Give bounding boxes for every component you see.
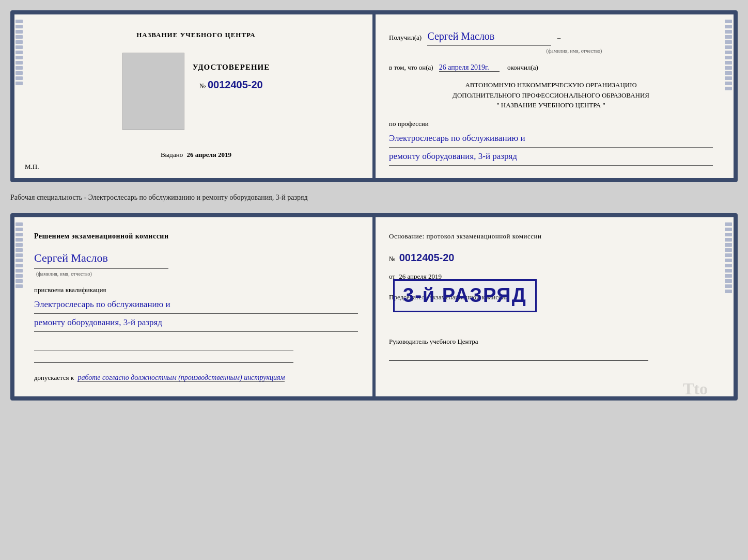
card2-right-page: Основание: протокол экзаменационной коми…	[372, 217, 734, 396]
tto-watermark: Tto	[683, 372, 708, 401]
qualification-text-2: ремонту оборудования, 3-й разряд	[34, 314, 358, 332]
issued-date: 26 апреля 2019	[186, 151, 231, 158]
separator-text: Рабочая специальность - Электрослесарь п…	[10, 191, 738, 204]
allowed-text: работе согласно должностным (производств…	[77, 374, 285, 382]
mp-label: М.П.	[25, 163, 39, 171]
edge-bar	[725, 56, 732, 59]
right-edge-decoration-2	[723, 217, 734, 396]
profession-label: по профессии	[389, 118, 713, 130]
in-that-line: в том, что он(а) 26 апреля 2019г. окончи…	[389, 61, 713, 74]
rukovoditel-label: Руководитель учебного Центра	[389, 335, 713, 348]
edge-bar	[725, 87, 732, 90]
edge-bar	[725, 279, 732, 283]
number-prefix: №	[389, 255, 395, 263]
stamp-text: 3-й РАЗРЯД	[403, 285, 527, 307]
edge-bar	[725, 61, 732, 65]
edge-bar	[725, 40, 732, 44]
basis-heading: Основание: протокол экзаменационной коми…	[389, 230, 713, 243]
allowed-line: допускается к работе согласно должностны…	[34, 371, 358, 384]
signature-lines	[34, 340, 358, 363]
edge-bar	[725, 259, 732, 262]
issued-label: Выдано	[161, 151, 183, 158]
in-that-label: в том, что он(а)	[389, 63, 433, 71]
qualification-text-1: Электрослесарь по обслуживанию и	[34, 296, 358, 314]
page-container: НАЗВАНИЕ УЧЕБНОГО ЦЕНТРА УДОСТОВЕРЕНИЕ №…	[10, 10, 738, 401]
org-line2: ДОПОЛНИТЕЛЬНОГО ПРОФЕССИОНАЛЬНОГО ОБРАЗО…	[389, 90, 713, 101]
edge-bar	[725, 45, 732, 49]
edge-bar	[725, 20, 732, 23]
edge-bar	[725, 51, 732, 54]
allowed-label: допускается к	[34, 374, 74, 381]
edge-bar	[725, 76, 732, 80]
edge-bar	[725, 71, 732, 75]
edge-bar	[725, 264, 732, 267]
org-line3: " НАЗВАНИЕ УЧЕБНОГО ЦЕНТРА "	[389, 100, 713, 110]
edge-bar	[725, 274, 732, 278]
decision-heading: Решением экзаменационной комиссии	[34, 230, 358, 243]
edge-bar	[725, 233, 732, 236]
qualification-stamp: 3-й РАЗРЯД	[393, 279, 537, 312]
recipient-name: Сергей Маслов	[427, 27, 551, 46]
profession-text-2: ремонту оборудования, 3-й разряд	[389, 148, 713, 166]
finished-label: окончил(а)	[507, 63, 538, 71]
edge-bar	[725, 248, 732, 252]
edge-bar	[725, 228, 732, 231]
assigned-label: присвоена квалификация	[34, 284, 358, 296]
photo-placeholder	[122, 53, 184, 130]
cert-number: 0012405-20	[208, 79, 263, 90]
profession-text-1: Электрослесарь по обслуживанию и	[389, 130, 713, 148]
person-name: Сергей Маслов	[34, 248, 168, 269]
received-line: Получил(а) Сергей Маслов – (фамилия, имя…	[389, 27, 713, 56]
certificate-label: УДОСТОВЕРЕНИЕ	[193, 63, 270, 72]
edge-bar	[725, 290, 732, 293]
certificate-card-1: НАЗВАНИЕ УЧЕБНОГО ЦЕНТРА УДОСТОВЕРЕНИЕ №…	[10, 10, 738, 182]
sig-line-2	[34, 353, 293, 363]
completion-date: 26 апреля 2019г.	[439, 63, 500, 72]
received-label: Получил(а)	[389, 34, 422, 41]
school-name-heading: НАЗВАНИЕ УЧЕБНОГО ЦЕНТРА	[136, 31, 256, 39]
edge-bar	[725, 82, 732, 85]
org-block: АВТОНОМНУЮ НЕКОММЕРЧЕСКУЮ ОРГАНИЗАЦИЮ ДО…	[389, 80, 713, 110]
protocol-number-line: № 0012405-20	[389, 247, 713, 268]
card2-left-page: Решением экзаменационной комиссии Сергей…	[14, 217, 372, 396]
person-name-section: Сергей Маслов (фамилия, имя, отчество)	[34, 248, 358, 279]
org-line1: АВТОНОМНУЮ НЕКОММЕРЧЕСКУЮ ОРГАНИЗАЦИЮ	[389, 80, 713, 90]
card1-right-page: Получил(а) Сергей Маслов – (фамилия, имя…	[372, 14, 734, 178]
edge-bar	[725, 253, 732, 257]
edge-bar	[725, 243, 732, 247]
sig-line-1	[34, 340, 293, 350]
sig-line-right	[389, 350, 648, 361]
edge-bar	[725, 66, 732, 70]
edge-bar	[725, 35, 732, 39]
cert-number-prefix: №	[199, 82, 206, 90]
card1-left-page: НАЗВАНИЕ УЧЕБНОГО ЦЕНТРА УДОСТОВЕРЕНИЕ №…	[14, 14, 372, 178]
edge-bar	[725, 222, 732, 226]
protocol-number: 0012405-20	[399, 252, 455, 263]
fio-label-2: (фамилия, имя, отчество)	[34, 269, 358, 279]
certificate-card-2: Решением экзаменационной комиссии Сергей…	[10, 213, 738, 401]
edge-bar	[725, 238, 732, 242]
edge-bar	[725, 25, 732, 28]
profession-line: по профессии Электрослесарь по обслужива…	[389, 118, 713, 166]
edge-bar	[725, 269, 732, 273]
right-edge-decoration	[723, 14, 734, 178]
edge-bar	[725, 284, 732, 288]
fio-label-1: (фамилия, имя, отчество)	[435, 46, 713, 56]
edge-bar	[725, 30, 732, 34]
